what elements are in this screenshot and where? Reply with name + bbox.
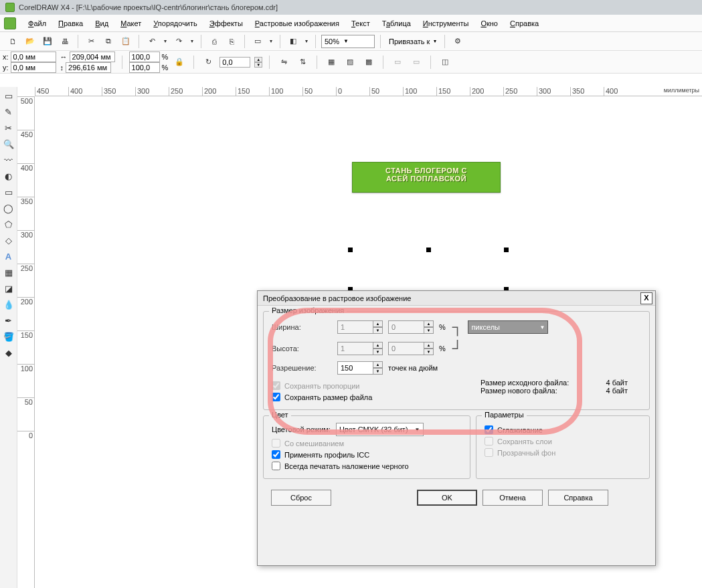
menu-tools[interactable]: Инструменты <box>423 19 469 27</box>
ok-button[interactable]: OK <box>417 490 477 506</box>
selection-handle[interactable] <box>426 248 431 252</box>
convert-to-bitmap-dialog: Преобразование в растровое изображение X… <box>257 290 656 566</box>
menu-arrange[interactable]: Упорядочить <box>153 19 197 27</box>
app-launcher-icon[interactable]: ▭ <box>250 34 265 49</box>
copy-icon[interactable]: ⧉ <box>101 34 116 49</box>
menu-bar: Файл Правка Вид Макет Упорядочить Эффект… <box>0 15 702 32</box>
eyedropper-icon[interactable]: 💧 <box>1 297 16 312</box>
shape-tool-icon[interactable]: ✎ <box>1 104 16 119</box>
dialog-titlebar[interactable]: Преобразование в растровое изображение X <box>258 291 655 306</box>
menu-help[interactable]: Справка <box>510 19 539 27</box>
fill-tool-icon[interactable]: 🪣 <box>1 329 16 344</box>
transparent-checkbox: Прозрачный фон <box>485 448 641 457</box>
lock-ratio-icon[interactable]: 🔒 <box>172 55 187 70</box>
y-field[interactable]: 0,0 мм <box>11 62 56 73</box>
menu-layout[interactable]: Макет <box>120 19 141 27</box>
vertical-ruler[interactable]: 500450400 350300250 200150100 500 <box>17 96 35 588</box>
print-icon[interactable]: 🖶 <box>58 34 72 49</box>
x-field[interactable]: 0,0 мм <box>11 52 56 62</box>
redo-icon[interactable]: ↷ <box>171 34 186 49</box>
icc-checkbox[interactable]: Применять профиль ICC <box>272 450 462 459</box>
menu-view[interactable]: Вид <box>95 19 108 27</box>
smart-fill-icon[interactable]: ◐ <box>1 169 16 183</box>
antialias-checkbox[interactable]: Сглаживание <box>485 425 641 434</box>
rectangle-tool-icon[interactable]: ▭ <box>1 185 16 199</box>
scale-x-field[interactable]: 100,0 <box>129 52 160 62</box>
height-field <box>337 342 373 355</box>
menu-edit[interactable]: Правка <box>58 19 83 27</box>
color-mode-combo[interactable]: Цвет CMYK (32 бит)▼ <box>336 423 424 436</box>
selected-bitmap[interactable]: СТАНЬ БЛОГЕРОМ С АСЕЙ ПОПЛАВСКОЙ <box>352 162 501 193</box>
menu-effects[interactable]: Эффекты <box>209 19 243 27</box>
reset-button[interactable]: Сброс <box>271 490 331 506</box>
resolution-label: Разрешение: <box>272 364 332 372</box>
zoom-tool-icon[interactable]: 🔍 <box>1 136 16 151</box>
height-pct-field <box>388 342 424 355</box>
interactive-fill-icon[interactable]: ◆ <box>1 345 16 360</box>
save-icon[interactable]: 💾 <box>40 34 55 49</box>
keep-filesize-checkbox[interactable]: Сохранять размер файла <box>272 393 372 401</box>
welcome-icon[interactable]: ▾ <box>268 34 274 49</box>
undo-icon[interactable]: ↶ <box>145 34 159 49</box>
mirror-h-icon[interactable]: ⇋ <box>276 55 291 70</box>
import-icon[interactable]: ⎙ <box>207 34 222 49</box>
wrap-icon[interactable]: ▦ <box>324 55 339 70</box>
ellipse-tool-icon[interactable]: ◯ <box>1 201 16 215</box>
to-front-icon[interactable]: ▭ <box>390 55 405 70</box>
interactive-tool-icon[interactable]: ◪ <box>1 281 16 296</box>
group-legend: Параметры <box>482 411 527 419</box>
options2-icon[interactable]: ⚙ <box>450 34 465 49</box>
options-icon[interactable]: ◧ <box>286 34 300 49</box>
polygon-tool-icon[interactable]: ⬠ <box>1 217 16 231</box>
w-field[interactable]: 209,004 мм <box>70 52 115 62</box>
banner-line2: АСЕЙ ПОПЛАВСКОЙ <box>353 175 500 183</box>
undo-drop-icon[interactable]: ▾ <box>162 34 169 49</box>
rotation-field[interactable]: 0,0 <box>220 57 250 68</box>
chevron-down-icon: ▼ <box>343 38 349 44</box>
params-group: Параметры Сглаживание Сохранять слои Про… <box>476 415 650 479</box>
menu-file[interactable]: Файл <box>28 19 46 27</box>
crop-tool-icon[interactable]: ✂ <box>1 120 16 135</box>
menu-window[interactable]: Окно <box>480 19 498 27</box>
zoom-combo[interactable]: 50% ▼ <box>321 35 375 48</box>
menu-text[interactable]: Текст <box>351 19 370 27</box>
table-tool-icon[interactable]: ▦ <box>1 265 16 280</box>
paste-icon[interactable]: 📋 <box>118 34 133 49</box>
cut-icon[interactable]: ✂ <box>84 34 98 49</box>
text-tool-icon[interactable]: A <box>1 249 16 264</box>
redo-drop-icon[interactable]: ▾ <box>189 34 195 49</box>
basic-shapes-icon[interactable]: ◇ <box>1 233 16 248</box>
cancel-button[interactable]: Отмена <box>482 490 543 506</box>
h-field[interactable]: 296,616 мм <box>66 62 111 73</box>
trace-icon[interactable]: ▨ <box>343 55 357 70</box>
property-bar: x:0,0 мм y:0,0 мм ↔209,004 мм ↕296,616 м… <box>0 51 702 74</box>
horizontal-ruler[interactable]: 450400350 300250200 15010050 050100 1502… <box>35 87 702 96</box>
edit-bitmap-icon[interactable]: ▩ <box>361 55 376 70</box>
snap-combo[interactable]: Привязать к ▾ <box>386 35 439 48</box>
selection-handle[interactable] <box>348 248 353 252</box>
unit-combo[interactable]: пикселы▼ <box>468 320 548 334</box>
height-label: Высота: <box>272 345 332 353</box>
convert-icon[interactable]: ◫ <box>438 55 452 70</box>
pick-tool-icon[interactable]: ▭ <box>1 88 16 103</box>
outline-tool-icon[interactable]: ✒ <box>1 313 16 328</box>
freehand-tool-icon[interactable]: 〰 <box>1 153 16 167</box>
open-icon[interactable]: 📂 <box>23 34 37 49</box>
scale-y-field[interactable]: 100,0 <box>129 62 160 73</box>
chevron-down-icon: ▾ <box>434 38 436 44</box>
overprint-checkbox[interactable]: Всегда печатать наложение черного <box>272 462 462 470</box>
selection-handle[interactable] <box>504 248 509 252</box>
to-back-icon[interactable]: ▭ <box>409 55 424 70</box>
menu-table[interactable]: Таблица <box>382 19 411 27</box>
help-button[interactable]: Справка <box>548 490 608 506</box>
window-title: CorelDRAW X4 - [F:\L\рабочие проекты\IQ-… <box>19 0 278 15</box>
new-icon[interactable]: 🗋 <box>5 34 20 49</box>
export-icon[interactable]: ⎘ <box>224 34 239 49</box>
ruler-unit-label: миллиметры <box>664 87 699 94</box>
orig-size-label: Размер исходного файла: <box>480 379 569 387</box>
close-button[interactable]: X <box>640 292 652 304</box>
resolution-field[interactable] <box>337 361 373 375</box>
menu-bitmaps[interactable]: Растровые изображения <box>255 19 339 27</box>
options-drop-icon[interactable]: ▾ <box>303 34 310 49</box>
mirror-v-icon[interactable]: ⇅ <box>295 55 310 70</box>
